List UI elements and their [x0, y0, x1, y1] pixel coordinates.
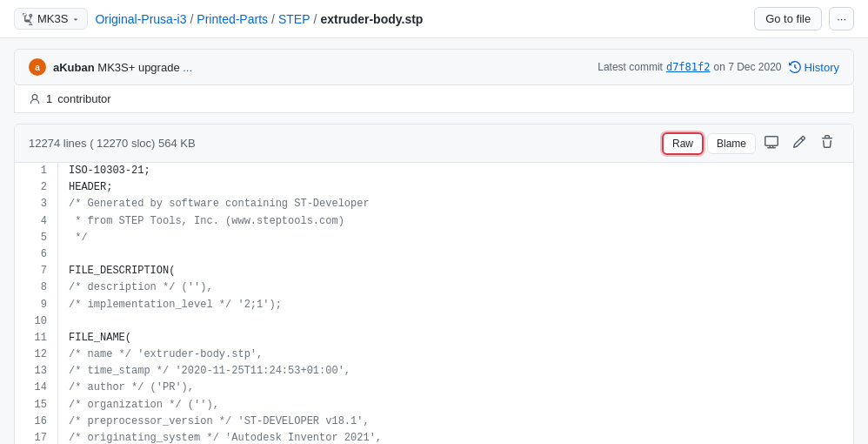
line-code: /* organization */ (''), [69, 397, 233, 414]
goto-file-button[interactable]: Go to file [754, 7, 822, 30]
table-row: 15/* organization */ (''), [15, 397, 853, 414]
line-number[interactable]: 13 [15, 363, 58, 380]
file-size: 564 KB [158, 137, 196, 150]
line-code: /* originating_system */ 'Autodesk Inven… [69, 430, 396, 444]
edit-button[interactable] [787, 131, 811, 155]
commit-hash-link[interactable]: d7f81f2 [666, 61, 711, 73]
line-number[interactable]: 5 [15, 230, 58, 246]
breadcrumb-sep-1: / [190, 12, 193, 26]
line-number[interactable]: 11 [15, 330, 58, 346]
breadcrumb: Original-Prusa-i3 / Printed-Parts / STEP… [95, 12, 747, 26]
line-number[interactable]: 17 [15, 430, 58, 444]
line-number[interactable]: 16 [15, 414, 58, 430]
file-actions: Raw Blame [662, 131, 839, 155]
commit-message-more[interactable]: ... [183, 61, 192, 74]
line-code: /* implementation_level */ '2;1'); [69, 297, 296, 313]
line-code: /* author */ ('PR'), [69, 380, 208, 396]
breadcrumb-repo[interactable]: Original-Prusa-i3 [95, 12, 186, 26]
table-row: 13/* time_stamp */ '2020-11-25T11:24:53+… [15, 363, 853, 380]
delete-button[interactable] [815, 131, 839, 155]
commit-bar: a aKuban MK3S+ upgrade ... Latest commit… [14, 49, 854, 85]
commit-info: aKuban MK3S+ upgrade ... [53, 61, 591, 74]
line-number[interactable]: 6 [15, 246, 58, 263]
breadcrumb-current-file: extruder-body.stp [320, 12, 423, 26]
table-row: 1ISO-10303-21; [15, 163, 853, 179]
line-number[interactable]: 7 [15, 263, 58, 279]
chevron-down-icon [71, 15, 80, 24]
blame-button[interactable]: Blame [707, 133, 756, 154]
line-number[interactable]: 12 [15, 346, 58, 363]
file-meta: 12274 lines ( 12270 sloc) 564 KB [29, 137, 655, 150]
line-code: FILE_NAME( [69, 330, 145, 346]
contributor-count: 1 [46, 92, 52, 105]
commit-meta: Latest commit d7f81f2 on 7 Dec 2020 [598, 61, 781, 73]
table-row: 6 [15, 246, 853, 263]
latest-commit-label: Latest commit [598, 61, 663, 73]
table-row: 14/* author */ ('PR'), [15, 380, 853, 396]
person-icon [29, 93, 41, 105]
branch-icon [22, 13, 34, 25]
top-bar: MK3S Original-Prusa-i3 / Printed-Parts /… [0, 0, 868, 38]
file-header: 12274 lines ( 12270 sloc) 564 KB Raw Bla… [15, 124, 853, 163]
line-number[interactable]: 2 [15, 179, 58, 196]
table-row: 2HEADER; [15, 179, 853, 196]
line-number[interactable]: 15 [15, 397, 58, 414]
commit-username[interactable]: aKuban [53, 61, 95, 74]
line-code: * from STEP Tools, Inc. (www.steptools.c… [69, 213, 358, 230]
commit-date: on 7 Dec 2020 [713, 61, 781, 73]
display-button[interactable] [759, 131, 784, 155]
line-code: FILE_DESCRIPTION( [69, 263, 189, 279]
breadcrumb-sep-3: / [314, 12, 317, 26]
file-sloc-label: sloc) [131, 137, 155, 150]
table-row: 3/* Generated by software containing ST-… [15, 196, 853, 212]
branch-selector[interactable]: MK3S [14, 8, 88, 30]
file-lines-label: lines ( [63, 137, 94, 150]
line-number[interactable]: 9 [15, 297, 58, 313]
display-icon [765, 135, 778, 149]
line-number[interactable]: 3 [15, 196, 58, 212]
top-bar-actions: Go to file ··· [754, 7, 854, 30]
table-row: 4 * from STEP Tools, Inc. (www.steptools… [15, 213, 853, 230]
line-code: /* time_stamp */ '2020-11-25T11:24:53+01… [69, 363, 364, 380]
file-sloc: 12270 [97, 137, 128, 150]
table-row: 10 [15, 313, 853, 330]
history-label: History [805, 61, 839, 74]
line-code: */ [69, 230, 102, 246]
line-code: /* preprocessor_version */ 'ST-DEVELOPER… [69, 414, 384, 430]
table-row: 17/* originating_system */ 'Autodesk Inv… [15, 430, 853, 444]
table-row: 7FILE_DESCRIPTION( [15, 263, 853, 279]
table-row: 16/* preprocessor_version */ 'ST-DEVELOP… [15, 414, 853, 430]
breadcrumb-folder-1[interactable]: Printed-Parts [197, 12, 268, 26]
line-code: HEADER; [69, 179, 126, 196]
table-row: 12/* name */ 'extruder-body.stp', [15, 346, 853, 363]
file-lines: 12274 [29, 137, 60, 150]
line-number[interactable]: 4 [15, 213, 58, 230]
contributors-bar: 1 contributor [14, 85, 854, 113]
line-code: /* Generated by software containing ST-D… [69, 196, 384, 212]
history-icon [789, 61, 801, 73]
table-row: 5 */ [15, 230, 853, 246]
table-row: 11FILE_NAME( [15, 330, 853, 346]
branch-name: MK3S [37, 12, 68, 25]
line-number[interactable]: 14 [15, 380, 58, 396]
breadcrumb-folder-2[interactable]: STEP [278, 12, 310, 26]
history-button[interactable]: History [789, 61, 839, 74]
avatar-initials: a [35, 63, 40, 72]
line-code: ISO-10303-21; [69, 163, 164, 179]
file-viewer: 12274 lines ( 12270 sloc) 564 KB Raw Bla… [14, 124, 854, 444]
more-options-button[interactable]: ··· [829, 7, 854, 30]
avatar: a [29, 58, 46, 76]
table-row: 9/* implementation_level */ '2;1'); [15, 297, 853, 313]
line-code: /* name */ 'extruder-body.stp', [69, 346, 277, 363]
edit-icon [792, 135, 806, 149]
commit-message-text: MK3S+ upgrade [97, 61, 179, 74]
line-number[interactable]: 10 [15, 313, 58, 330]
line-number[interactable]: 8 [15, 279, 58, 296]
delete-icon [820, 135, 834, 149]
line-code: /* description */ (''), [69, 279, 227, 296]
contributor-label: contributor [57, 92, 110, 105]
breadcrumb-sep-2: / [271, 12, 275, 26]
table-row: 8/* description */ (''), [15, 279, 853, 296]
line-number[interactable]: 1 [15, 163, 58, 179]
raw-button[interactable]: Raw [662, 132, 704, 155]
